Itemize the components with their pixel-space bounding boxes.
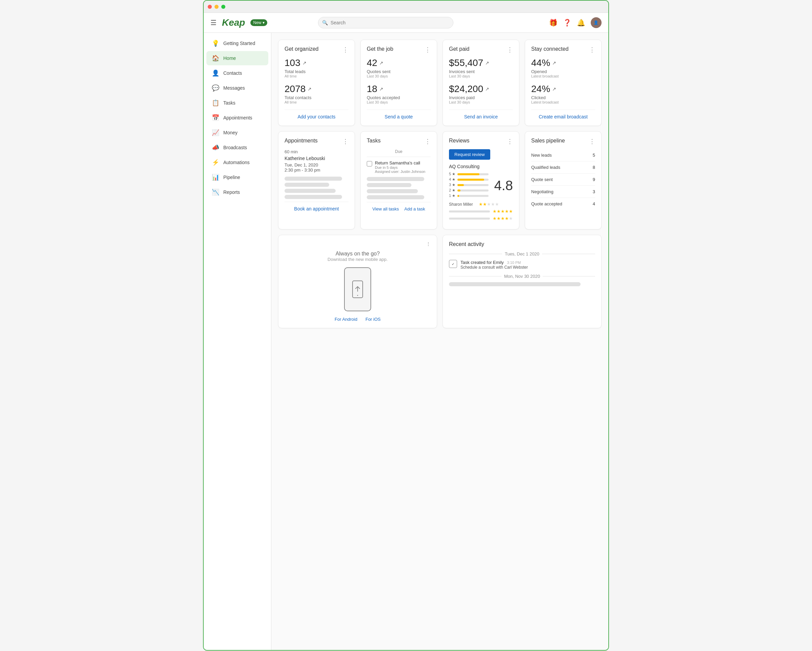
hamburger-button[interactable]: ☰ (211, 18, 217, 27)
logo: Keap (222, 17, 245, 28)
skeleton-line (284, 189, 336, 193)
main-layout: 💡 Getting Started 🏠 Home 👤 Contacts 💬 Me… (204, 33, 608, 650)
clicked-value: 24% (531, 84, 550, 95)
opened-value: 44% (531, 58, 550, 68)
get-the-job-stat2: 18 ↗ Quotes accepted Last 30 days (367, 84, 431, 104)
maximize-button[interactable] (221, 5, 225, 9)
quotes-sent-label: Quotes sent (367, 69, 431, 74)
activity-date-label-1: Tues, Dec 1 2020 (505, 251, 539, 257)
invoices-sent-value: $55,407 (449, 58, 483, 68)
tasks-card: Tasks ⋮ Due Return Samantha's call Due i… (360, 131, 437, 229)
pipeline-count-quote-accepted: 4 (593, 201, 595, 206)
minimize-button[interactable] (215, 5, 218, 9)
app-frame: ☰ Keap New ▾ 🔍 🎁 ❓ 🔔 👤 💡 Getting Started (203, 0, 609, 651)
rating-bar-2-bg (458, 189, 488, 191)
broadcast-icon: 📣 (212, 144, 219, 151)
sidebar-item-tasks[interactable]: 📋 Tasks (206, 96, 268, 110)
mobile-card-subtitle: Download the new mobile app. (284, 257, 431, 262)
sidebar-item-appointments[interactable]: 📅 Appointments (206, 111, 268, 125)
pipeline-row-quote-sent: Quote sent 9 (531, 174, 595, 186)
get-the-job-stat1: 42 ↗ Quotes sent Last 30 days (367, 58, 431, 78)
new-badge-label: New (253, 20, 261, 25)
activity-item-1: ✓ Task created for Emily 3:10 PM Schedul… (449, 260, 595, 270)
star4-label: 4 ★ (449, 177, 455, 182)
mobile-card-menu-icon[interactable]: ⋮ (426, 241, 431, 247)
ios-link[interactable]: For iOS (365, 317, 381, 322)
mobile-card-content: Always on the go? Download the new mobil… (284, 251, 431, 322)
reviews-menu-icon[interactable]: ⋮ (507, 138, 513, 145)
gift-icon[interactable]: 🎁 (549, 18, 557, 27)
sidebar-item-automations[interactable]: ⚡ Automations (206, 155, 268, 170)
task-checkbox[interactable] (367, 161, 372, 167)
skeleton-line (284, 177, 342, 181)
total-contacts-label: Total contacts (284, 95, 348, 100)
sidebar-item-reports[interactable]: 📉 Reports (206, 185, 268, 199)
stay-connected-menu-icon[interactable]: ⋮ (589, 46, 595, 53)
skeleton-line (367, 177, 424, 181)
sidebar: 💡 Getting Started 🏠 Home 👤 Contacts 💬 Me… (204, 33, 271, 650)
send-quote-link[interactable]: Send a quote (367, 110, 431, 119)
search-input[interactable] (318, 17, 453, 28)
sidebar-item-getting-started[interactable]: 💡 Getting Started (206, 36, 268, 50)
appointment-info: 60 min Katherine Lebouski Tue, Dec 1, 20… (284, 149, 348, 173)
appointments-menu-icon[interactable]: ⋮ (342, 138, 348, 145)
external-link-icon8: ↗ (552, 86, 556, 92)
book-appointment-link[interactable]: Book an appointment (284, 202, 348, 211)
total-contacts-value: 2078 (284, 84, 305, 95)
pipeline-icon: 📊 (212, 174, 219, 181)
appointments-title: Appointments (284, 138, 318, 144)
appt-name: Katherine Lebouski (284, 156, 348, 161)
request-review-button[interactable]: Request review (449, 149, 490, 160)
search-bar: 🔍 (318, 17, 453, 28)
bell-icon[interactable]: 🔔 (577, 18, 585, 27)
help-icon[interactable]: ❓ (563, 18, 571, 27)
get-the-job-menu-icon[interactable]: ⋮ (424, 46, 431, 53)
external-link-icon4: ↗ (379, 86, 383, 92)
sidebar-item-messages[interactable]: 💬 Messages (206, 81, 268, 95)
get-paid-menu-icon[interactable]: ⋮ (507, 46, 513, 53)
send-invoice-link[interactable]: Send an invoice (449, 110, 513, 119)
get-organized-stat2: 2078 ↗ Total contacts All time (284, 84, 348, 104)
sidebar-item-money[interactable]: 📈 Money (206, 125, 268, 140)
skeleton-line (367, 183, 411, 187)
rating-bar-1-bg (458, 195, 488, 197)
get-organized-card: Get organized ⋮ 103 ↗ Total leads All ti… (278, 40, 355, 126)
sidebar-label-contacts: Contacts (223, 70, 242, 76)
sidebar-label-pipeline: Pipeline (223, 174, 240, 180)
rating-row-3: 3 ★ (449, 183, 488, 187)
close-button[interactable] (208, 5, 212, 9)
get-organized-menu-icon[interactable]: ⋮ (342, 46, 348, 53)
star5-label: 5 ★ (449, 172, 455, 176)
new-badge-button[interactable]: New ▾ (250, 19, 267, 26)
rating-row-2: 2 ★ (449, 188, 488, 193)
rating-bar-1-fill (458, 195, 459, 197)
rating-bars: 5 ★ 4 ★ (449, 172, 488, 199)
create-broadcast-link[interactable]: Create email broadcast (531, 110, 595, 119)
pipeline-menu-icon[interactable]: ⋮ (589, 138, 595, 145)
phone-links: For Android For iOS (284, 317, 431, 322)
sidebar-label-broadcasts: Broadcasts (223, 145, 247, 150)
sidebar-label-money: Money (223, 130, 238, 135)
person-icon: 👤 (212, 69, 219, 77)
sidebar-item-broadcasts[interactable]: 📣 Broadcasts (206, 141, 268, 154)
add-contacts-link[interactable]: Add your contacts (284, 110, 348, 119)
get-organized-title: Get organized (284, 46, 319, 52)
sidebar-item-contacts[interactable]: 👤 Contacts (206, 66, 268, 80)
add-task-link[interactable]: Add a task (404, 206, 425, 211)
stay-connected-stat2: 24% ↗ Clicked Latest broadcast (531, 84, 595, 104)
android-link[interactable]: For Android (334, 317, 357, 322)
pipeline-label-negotiating: Negotiating (531, 189, 554, 194)
tasks-due-label: Due (367, 149, 431, 157)
view-all-tasks-link[interactable]: View all tasks (372, 206, 399, 211)
avatar[interactable]: 👤 (591, 17, 601, 28)
tasks-links: View all tasks Add a task (367, 202, 431, 211)
sidebar-item-pipeline[interactable]: 📊 Pipeline (206, 170, 268, 184)
quotes-accepted-value: 18 (367, 84, 377, 95)
reviewer-bar-2 (449, 211, 490, 212)
pipeline-label-quote-sent: Quote sent (531, 177, 553, 182)
tasks-menu-icon[interactable]: ⋮ (424, 138, 431, 145)
sidebar-item-home[interactable]: 🏠 Home (206, 51, 268, 65)
skeleton-line (367, 189, 418, 193)
get-paid-stat1: $55,407 ↗ Invoices sent Last 30 days (449, 58, 513, 78)
get-paid-stat2: $24,200 ↗ Invoices paid Last 30 days (449, 84, 513, 104)
